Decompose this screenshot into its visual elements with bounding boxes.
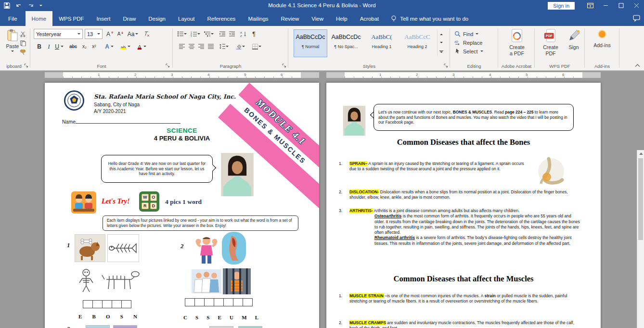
- sprained-ankle-image: [532, 155, 570, 189]
- style-card-heading2[interactable]: AaBbCcCHeading 2: [400, 29, 434, 57]
- tell-me-box[interactable]: Tell me what you want to do: [385, 11, 474, 26]
- font-name-combobox[interactable]: Yesteryear: [34, 29, 83, 39]
- change-case-label: Aa: [128, 31, 135, 37]
- create-a-pdf-button[interactable]: Create a PDF: [503, 29, 530, 57]
- paragraph-dialog-launcher-icon[interactable]: [282, 63, 287, 68]
- increase-indent-button[interactable]: [227, 29, 236, 38]
- redo-icon[interactable]: [27, 3, 34, 9]
- tab-view[interactable]: View: [305, 11, 330, 26]
- select-button[interactable]: Select: [454, 48, 483, 54]
- clipboard-dialog-launcher-icon[interactable]: [24, 63, 29, 68]
- styles-dialog-launcher-icon[interactable]: [444, 63, 449, 68]
- group-separator: [584, 28, 585, 68]
- clear-formatting-button[interactable]: [142, 29, 151, 38]
- find-button[interactable]: Find: [454, 31, 478, 37]
- line-spacing-button[interactable]: [218, 42, 230, 51]
- add-ins-button[interactable]: Add-ins: [589, 29, 615, 49]
- replace-button[interactable]: abReplace: [454, 39, 482, 46]
- bold-button[interactable]: B: [35, 42, 44, 51]
- page-left[interactable]: MODULE 4.1 BONES & MUSCLES Sta. Rafaela …: [45, 83, 319, 328]
- replace-label: Replace: [463, 40, 482, 46]
- decrease-indent-button[interactable]: [218, 29, 227, 38]
- copy-button[interactable]: [18, 38, 27, 48]
- list-number: 1.: [339, 161, 349, 172]
- close-button[interactable]: [629, 0, 644, 11]
- tab-design[interactable]: Design: [142, 11, 172, 26]
- ruler-right-page[interactable]: 1 2 3 4 5 6: [326, 72, 601, 78]
- tab-file[interactable]: File: [0, 11, 26, 26]
- change-case-button[interactable]: Aa: [127, 29, 139, 38]
- style-card-no-spacing[interactable]: AaBbCcDc¶ No Spac...: [329, 29, 363, 57]
- ribbon-display-options-icon[interactable]: [582, 0, 598, 11]
- superscript-button[interactable]: x²: [90, 42, 99, 51]
- strikethrough-button[interactable]: abc: [67, 42, 79, 51]
- item2-pic-muscle-man: [194, 235, 219, 265]
- qat-customize-caret-icon[interactable]: [39, 5, 42, 6]
- text-effects-button[interactable]: A: [103, 42, 116, 51]
- shading-button[interactable]: [234, 42, 246, 51]
- sort-button[interactable]: AZ: [239, 29, 248, 38]
- paste-label: Paste: [6, 43, 19, 50]
- ruler-left-page[interactable]: 1 2 3 4 5 6: [45, 72, 319, 78]
- justify-button[interactable]: [206, 42, 215, 51]
- scrambled-letter: O: [106, 314, 110, 319]
- style-card-normal[interactable]: AaBbCcDc¶ Normal: [294, 29, 327, 57]
- align-left-button[interactable]: [177, 42, 186, 51]
- shrink-font-button[interactable]: A: [116, 29, 125, 38]
- page-right[interactable]: Let's us now continue with our next topi…: [326, 83, 601, 328]
- format-painter-button[interactable]: [18, 48, 27, 57]
- maximize-button[interactable]: [613, 0, 629, 11]
- tab-mailings[interactable]: Mailings: [242, 11, 274, 26]
- tab-insert[interactable]: Insert: [90, 11, 117, 26]
- highlight-icon: ab: [120, 43, 127, 50]
- create-a-pdf-label-1: Create: [509, 44, 525, 50]
- numbering-button[interactable]: 123: [190, 29, 201, 38]
- tab-help[interactable]: Help: [330, 11, 354, 26]
- sign-button[interactable]: Sign: [564, 29, 583, 50]
- scroll-up-icon[interactable]: [639, 152, 643, 155]
- font-size-combobox[interactable]: 13: [85, 29, 103, 39]
- show-paragraph-marks-button[interactable]: ¶: [249, 29, 258, 38]
- italic-button[interactable]: I: [44, 42, 53, 51]
- font-color-button[interactable]: A: [135, 42, 148, 51]
- grow-font-button[interactable]: A: [105, 29, 115, 38]
- font-dialog-launcher-icon[interactable]: [166, 63, 170, 68]
- comments-icon[interactable]: [633, 15, 640, 22]
- sign-label: Sign: [568, 44, 579, 50]
- styles-more-button[interactable]: [437, 30, 445, 56]
- minimize-button[interactable]: [598, 0, 613, 11]
- collapse-ribbon-icon[interactable]: [635, 64, 640, 67]
- osteoarthritis-body: is the most common form of arthritis. It…: [374, 214, 580, 235]
- style-card-heading1[interactable]: AaBbC(Heading 1: [365, 29, 399, 57]
- tab-review[interactable]: Review: [275, 11, 306, 26]
- highlight-color-button[interactable]: ab: [118, 42, 132, 51]
- answer-box: [204, 298, 214, 306]
- tab-references[interactable]: References: [201, 11, 242, 26]
- create-pdf-button[interactable]: PDF Create PDF: [538, 29, 563, 57]
- shading-caret-icon: [242, 46, 245, 47]
- tab-draw[interactable]: Draw: [116, 11, 142, 26]
- subscript-button[interactable]: x₂: [80, 42, 89, 51]
- tab-layout[interactable]: Layout: [172, 11, 201, 26]
- undo-icon[interactable]: [15, 3, 22, 9]
- align-center-button[interactable]: [187, 42, 196, 51]
- style-name: Heading 1: [372, 44, 391, 49]
- align-right-button[interactable]: [196, 42, 206, 51]
- tab-wps-pdf[interactable]: WPS PDF: [52, 11, 90, 26]
- save-icon[interactable]: [4, 2, 10, 9]
- scrollbar-thumb[interactable]: [638, 158, 643, 240]
- tab-acrobat[interactable]: Acrobat: [354, 11, 386, 26]
- bullets-button[interactable]: [176, 29, 188, 38]
- school-address: Sabang, City of Naga: [94, 102, 140, 107]
- tab-home[interactable]: Home: [26, 11, 53, 26]
- svg-text:3: 3: [191, 35, 192, 37]
- sign-in-button[interactable]: Sign in: [548, 2, 575, 10]
- cut-button[interactable]: [18, 29, 27, 38]
- list-number: 2.: [339, 189, 349, 201]
- underline-button[interactable]: U: [53, 42, 65, 51]
- underline-label: U: [55, 44, 59, 50]
- answer-box: [185, 298, 195, 306]
- multilevel-list-button[interactable]: [203, 29, 215, 38]
- vertical-scrollbar[interactable]: [637, 150, 644, 328]
- borders-button[interactable]: [250, 42, 263, 51]
